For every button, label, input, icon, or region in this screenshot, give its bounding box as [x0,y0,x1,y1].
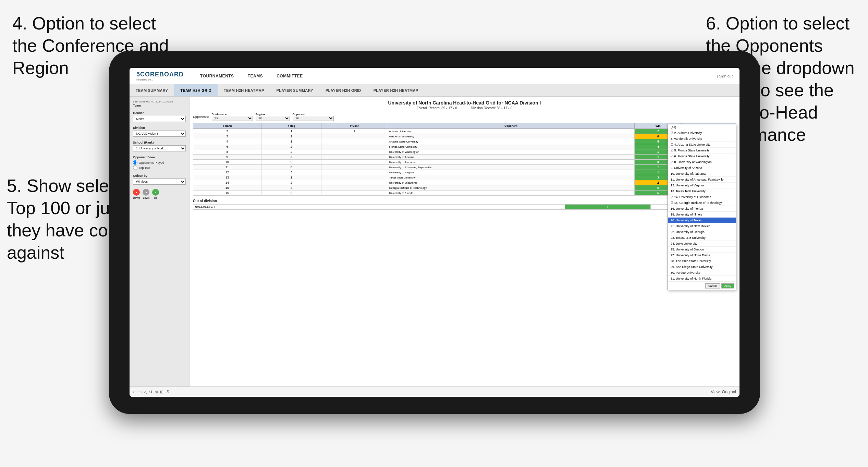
dropdown-item[interactable]: 3. Vanderbilt University [668,136,736,142]
legend-down-label: Down [133,196,140,199]
dropdown-item[interactable]: 28. The Ohio State University [668,258,736,264]
dropdown-item[interactable]: 22. University of Georgia [668,229,736,235]
dropdown-item[interactable]: 30. Purdue University [668,270,736,276]
nav-teams[interactable]: TEAMS [242,72,269,81]
cell-conf [321,165,387,170]
radio-opponents-played-input[interactable] [133,160,137,165]
opponent-dropdown[interactable]: (All)☑ 2. Auburn University3. Vanderbilt… [668,124,736,290]
cell-conf: 1 [321,129,387,134]
gender-select[interactable]: Men's [133,116,186,122]
cell-conf [321,175,387,180]
dropdown-item[interactable]: ☑ 8. University of Washington [668,159,736,165]
opponent-select[interactable]: (All) [293,116,334,121]
dropdown-item[interactable]: ☑ 15. Georgia Institute of Technology [668,200,736,206]
subnav-player-summary[interactable]: PLAYER SUMMARY [270,84,319,96]
zoom-icon[interactable]: ⊕ [155,390,158,394]
division-record: Division Record: 88 - 17 - 0 [471,106,512,110]
nav-tournaments[interactable]: TOURNAMENTS [194,72,240,81]
cell-name: University of Washington [387,149,635,155]
dropdown-item[interactable]: 11. University of Arkansas, Fayetteville [668,177,736,183]
table-row: 2 1 1 Auburn University 2 1 [193,129,736,134]
cell-rank: 2 [193,129,261,134]
cell-name: University of Arkansas, Fayetteville [387,165,635,170]
dropdown-item[interactable]: 29. San Diego State University [668,264,736,270]
team-label: Team [133,104,186,107]
cell-reg: 1 [261,129,321,134]
toolbar: ↩ ↪ ◁ ↺ ⊕ ⊞ ⏱ View: Original [130,386,739,397]
nav-signout[interactable]: | Sign out [717,74,733,78]
dropdown-item[interactable]: 23. Texas A&M University [668,235,736,241]
dropdown-item[interactable]: 18. University of Illinois [668,212,736,218]
cell-reg: 1 [261,139,321,144]
dropdown-item[interactable]: 10. University of Alabama [668,171,736,177]
cell-conf [321,191,387,196]
nav-committee[interactable]: COMMITTEE [270,72,309,81]
redo-icon[interactable]: ↪ [138,390,142,394]
out-of-division: Out of division NCAA Division II 1 0 [193,199,736,210]
legend: ▼ Down ● Level ▲ Up [133,189,186,199]
table-row: 8 2 University of Washington 1 0 [193,149,736,155]
opponents-label: Opponents: [193,115,209,119]
dropdown-item[interactable]: 27. University of Notre Dame [668,253,736,258]
cell-name: University of Virginia [387,170,635,175]
cell-name: Georgia Institute of Technology [387,185,635,191]
cell-rank: 9 [193,155,261,160]
radio-opponents-played[interactable]: Opponents Played [133,160,186,165]
dropdown-item[interactable]: 20. University of Texas [668,218,736,223]
cell-rank: 12 [193,170,261,175]
table-row: 13 1 Texas Tech University 3 0 [193,175,736,180]
undo-icon[interactable]: ↩ [133,390,136,394]
radio-top100[interactable]: Top 100 [133,165,186,170]
dropdown-item[interactable]: (All) [668,124,736,130]
apply-button[interactable]: Apply [721,283,734,288]
refresh-icon[interactable]: ↺ [149,390,152,394]
region-select[interactable]: (All) [256,116,290,121]
subnav-team-h2h-grid[interactable]: TEAM H2H GRID [174,84,218,96]
table-row: 12 3 University of Virginia 1 0 [193,170,736,175]
dropdown-item[interactable]: 24. Duke University [668,241,736,247]
crop-icon[interactable]: ⊞ [160,390,163,394]
dropdown-item[interactable]: ☑ 6. Florida State University [668,153,736,159]
dropdown-item[interactable]: 13. Texas Tech University [668,188,736,194]
cell-reg: 2 [261,149,321,155]
cancel-button[interactable]: Cancel [705,283,720,288]
clock-icon[interactable]: ⏱ [166,390,170,394]
dropdown-item[interactable]: 16. University of Florida [668,206,736,212]
dropdown-item[interactable]: 31. University of North Florida [668,276,736,282]
subnav-player-h2h-heatmap[interactable]: PLAYER H2H HEATMAP [367,84,425,96]
colour-select[interactable]: Win/loss [133,179,186,185]
dropdown-item[interactable]: 21. University of New Mexico [668,223,736,229]
dropdown-item[interactable]: ☑ 4. Arizona State University [668,142,736,148]
subnav-player-h2h-grid[interactable]: PLAYER H2H GRID [319,84,367,96]
cell-reg: 2 [261,180,321,185]
dropdown-item[interactable]: 12. University of Virginia [668,183,736,188]
conference-label: Conference [212,113,253,116]
conference-select[interactable]: (All) [212,116,253,121]
cell-conf [321,139,387,144]
radio-top100-input[interactable] [133,165,137,170]
cell-reg: 2 [261,144,321,149]
col-opponent: Opponent [387,123,635,129]
conference-filter: Conference (All) [212,113,253,121]
main-content: Last Updated: 4/7/2024 16:55:38 Team Gen… [130,97,739,386]
cell-name: Florida State University [387,144,635,149]
table-row: NCAA Division II 1 0 [193,205,736,210]
school-select[interactable]: 1. University of Nort... [133,145,186,151]
subnav-team-summary[interactable]: TEAM SUMMARY [130,84,174,96]
dropdown-item[interactable]: 25. University of Oregon [668,247,736,253]
cell-reg: 1 [261,175,321,180]
table-row: 14 2 University of Oklahoma 2 2 [193,180,736,185]
col-rank: # Rank [193,123,261,129]
cell-name: Texas Tech University [387,175,635,180]
back-icon[interactable]: ◁ [144,390,147,394]
dropdown-item[interactable]: 9. University of Arizona [668,165,736,171]
dropdown-item[interactable]: ☑ 5. Florida State University [668,148,736,153]
division-select[interactable]: NCAA Division I [133,131,186,137]
dropdown-item[interactable]: ☑ 14. University of Oklahoma [668,194,736,200]
dropdown-footer: Cancel Apply [668,282,736,290]
subnav-team-h2h-heatmap[interactable]: TEAM H2H HEATMAP [218,84,270,96]
dropdown-item[interactable]: ☑ 2. Auburn University [668,130,736,136]
cell-conf [321,134,387,139]
colour-section: Colour by Win/loss [133,174,186,185]
cell-name: Arizona State University [387,139,635,144]
